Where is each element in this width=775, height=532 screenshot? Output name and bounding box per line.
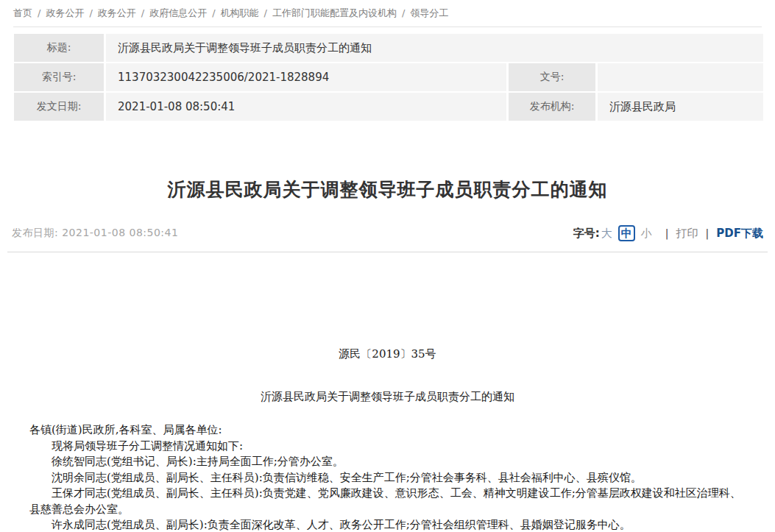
page: 首页/政务公开/政务公开/政府信息公开/机构职能/工作部门职能配置及内设机构/领… <box>0 0 775 532</box>
breadcrumb-item-jigou-zhineng[interactable]: 机构职能 <box>221 7 259 18</box>
toolbar-divider: | <box>665 227 669 239</box>
breadcrumb-separator: / <box>402 7 405 18</box>
document-number: 源民〔2019〕35号 <box>29 347 746 363</box>
breadcrumb-separator: / <box>89 7 92 18</box>
breadcrumb-separator: / <box>264 7 267 18</box>
doc-number-value <box>598 63 763 91</box>
breadcrumb: 首页/政务公开/政务公开/政府信息公开/机构职能/工作部门职能配置及内设机构/领… <box>0 0 775 20</box>
breadcrumb-separator: / <box>212 7 215 18</box>
breadcrumb-separator: / <box>38 7 40 18</box>
breadcrumb-item-home[interactable]: 首页 <box>13 7 32 18</box>
paragraph-leader-4: 许永成同志(党组成员、副局长):负责全面深化改革、人才、政务公开工作;分管社会组… <box>29 517 746 532</box>
publish-date: 发布日期: 2021-01-08 08:50:41 <box>12 227 178 240</box>
table-row-title: 标题: 沂源县民政局关于调整领导班子成员职责分工的通知 <box>14 34 763 62</box>
breadcrumb-item-zhengwu-gongkai-1[interactable]: 政务公开 <box>46 7 84 18</box>
doc-number-label: 文号: <box>509 63 595 91</box>
font-size-medium-button[interactable]: 中 <box>618 225 635 241</box>
document-title: 沂源县民政局关于调整领导班子成员职责分工的通知 <box>29 389 746 405</box>
article-divider <box>7 252 768 252</box>
index-number-value: 113703230042235006/2021-1828894 <box>106 63 506 91</box>
paragraph-leader-2: 沈明余同志(党组成员、副局长、主任科员):负责信访维稳、安全生产工作;分管社会事… <box>29 470 746 486</box>
print-button[interactable]: 打印 <box>676 227 698 241</box>
table-row-date: 发文日期: 2021-01-08 08:50:41 发布机构: 沂源县民政局 <box>14 93 763 121</box>
issue-date-value: 2021-01-08 08:50:41 <box>106 93 506 121</box>
breadcrumb-item-zhengwu-gongkai-2[interactable]: 政务公开 <box>98 7 136 18</box>
toolbar-divider: | <box>706 227 709 239</box>
table-row-index: 索引号: 113703230042235006/2021-1828894 文号: <box>14 63 763 91</box>
paragraph-salutation: 各镇(街道)民政所,各科室、局属各单位: <box>29 422 746 439</box>
publish-date-value: 2021-01-08 08:50:41 <box>62 227 178 238</box>
breadcrumb-divider <box>13 26 762 27</box>
publish-date-label: 发布日期: <box>12 227 58 238</box>
article-meta-row: 发布日期: 2021-01-08 08:50:41 字号: 大 中 小 | 打印… <box>12 225 763 241</box>
publisher-value: 沂源县民政局 <box>598 93 763 121</box>
paragraph-leader-3: 王保才同志(党组成员、副局长、主任科员):负责党建、党风廉政建设、意识形态、工会… <box>29 486 746 517</box>
font-size-small-button[interactable]: 小 <box>641 227 652 241</box>
document-body: 源民〔2019〕35号 沂源县民政局关于调整领导班子成员职责分工的通知 各镇(街… <box>0 347 775 532</box>
article-toolbar: 字号: 大 中 小 | 打印 | PDF下载 <box>573 225 763 241</box>
breadcrumb-item-current: 领导分工 <box>410 7 448 18</box>
index-number-label: 索引号: <box>14 63 104 91</box>
publisher-label: 发布机构: <box>509 93 595 121</box>
breadcrumb-separator: / <box>141 7 144 18</box>
pdf-download-button[interactable]: PDF下载 <box>716 227 763 241</box>
document-paragraphs: 各镇(街道)民政所,各科室、局属各单位: 现将局领导班子分工调整情况通知如下: … <box>29 422 746 532</box>
breadcrumb-item-dept-config[interactable]: 工作部门职能配置及内设机构 <box>272 7 397 18</box>
font-size-label: 字号: <box>573 227 600 241</box>
title-value: 沂源县民政局关于调整领导班子成员职责分工的通知 <box>106 34 763 62</box>
page-title: 沂源县民政局关于调整领导班子成员职责分工的通知 <box>15 177 760 202</box>
document-info-table: 标题: 沂源县民政局关于调整领导班子成员职责分工的通知 索引号: 1137032… <box>12 32 765 122</box>
breadcrumb-item-gov-info[interactable]: 政府信息公开 <box>149 7 207 18</box>
title-label: 标题: <box>14 34 104 62</box>
font-size-large-button[interactable]: 大 <box>601 227 612 241</box>
paragraph-intro: 现将局领导班子分工调整情况通知如下: <box>29 439 746 455</box>
paragraph-leader-1: 徐统智同志(党组书记、局长):主持局全面工作;分管办公室。 <box>29 454 746 470</box>
issue-date-label: 发文日期: <box>14 93 104 121</box>
